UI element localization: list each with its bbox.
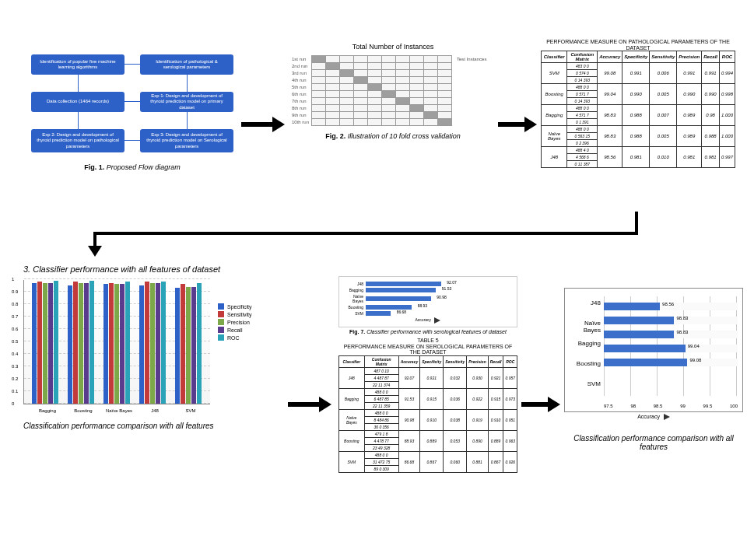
test-instances-label: Test Instances: [457, 57, 486, 61]
final-chart-panel: J4898.56Naïve Bayes98.83Bagging98.83Boos…: [564, 288, 743, 451]
table5-title: TABLE 5PERFORMANCE MEASURE ON SEROLOGICA…: [338, 338, 517, 355]
arrow-2-3: [498, 117, 537, 132]
panel4-caption: Classification performance comparison wi…: [23, 422, 288, 430]
cv-panel: Total Number of Instances 1st run 2nd ru…: [292, 43, 494, 140]
panel4-title: 3. Classifier performance with all featu…: [23, 264, 288, 274]
fig7-caption: Fig. 7. Classifier performance with sero…: [338, 329, 517, 334]
allfeat-chart: 00.10.20.30.40.50.60.70.80.91BaggingBoos…: [23, 280, 210, 404]
flow-box-6: Exp 3: Design and development of thyroid…: [140, 129, 233, 152]
final-chart: J4898.56Naïve Bayes98.83Bagging98.83Boos…: [564, 288, 743, 412]
flow-diagram-panel: Identification of popular five machine l…: [31, 54, 233, 187]
perf-path-title: PERFORMANCE MEASURE ON PATHOLOGICAL PARA…: [541, 39, 735, 51]
cv-grid: [311, 55, 452, 126]
flow-box-1: Identification of popular five machine l…: [31, 54, 124, 75]
fig7-chart: J4892.07Bagging91.53Naïve Bayes90.98Boos…: [342, 282, 482, 316]
perf-path-table: ClassifierConfusion MatrixAccuracySpecif…: [541, 51, 735, 168]
allfeat-panel: 3. Classifier performance with all featu…: [23, 264, 288, 430]
arrow-4-5: [288, 397, 331, 412]
perf-sero-table: ClassifierConfusion MatrixAccuracySpecif…: [338, 355, 517, 473]
allfeat-legend: SpecificitySensitivityPrecisionRecallROC: [218, 303, 252, 404]
arrow-5-6: [521, 397, 560, 412]
arrow-1-2: [241, 117, 285, 132]
flow-box-3: Data collection (1464 records): [31, 92, 124, 112]
fig2-caption: Fig. 2. Illustration of 10 fold cross va…: [292, 132, 494, 140]
flow-box-5: Exp 2: Design and development of thyroid…: [31, 129, 124, 152]
panel6-caption: Classification performance comparison wi…: [564, 434, 743, 451]
flow-box-4: Exp 1: Design and development of thyroid…: [140, 92, 233, 112]
cv-title: Total Number of Instances: [292, 43, 494, 51]
flow-box-2: Identification of pathological & serolog…: [140, 54, 233, 75]
serological-panel: J4892.07Bagging91.53Naïve Bayes90.98Boos…: [338, 276, 517, 473]
perf-path-panel: PERFORMANCE MEASURE ON PATHOLOGICAL PARA…: [541, 39, 735, 168]
fig1-caption: Fig. 1. Fig. 1. Proposed Flow diagramPro…: [31, 163, 233, 171]
